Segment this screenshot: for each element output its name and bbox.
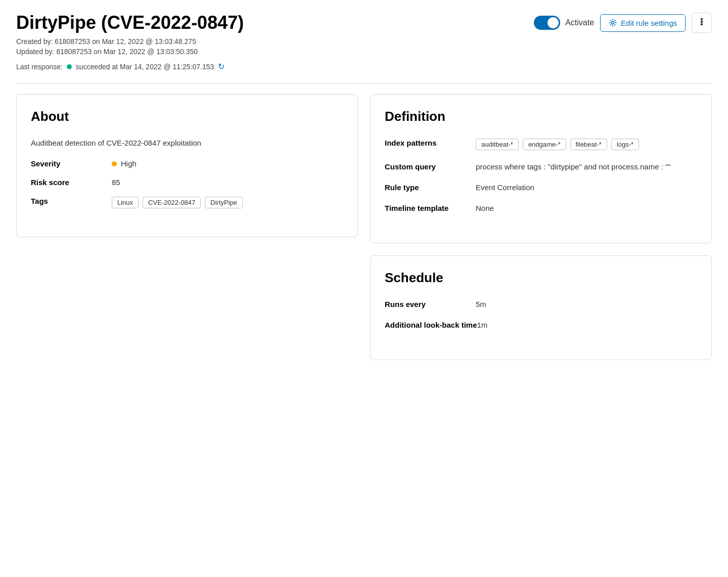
right-column: Definition Index patterns auditbeat-*end… xyxy=(370,94,712,360)
look-back-value: 1m xyxy=(477,321,697,329)
severity-text: High xyxy=(121,159,136,168)
header-section: DirtyPipe (CVE-2022-0847) Activate Edit … xyxy=(16,12,712,71)
tag-badge: CVE-2022-0847 xyxy=(143,197,201,208)
svg-rect-1 xyxy=(701,18,703,20)
severity-dot xyxy=(112,161,117,166)
more-options-button[interactable] xyxy=(692,13,712,33)
activate-toggle[interactable] xyxy=(534,16,560,30)
custom-query-label: Custom query xyxy=(385,162,476,171)
runs-every-value: 5m xyxy=(476,300,697,308)
toggle-knob xyxy=(548,17,559,28)
refresh-icon[interactable]: ↻ xyxy=(218,62,224,71)
content-grid: About Auditbeat detection of CVE-2022-08… xyxy=(16,94,712,360)
svg-rect-2 xyxy=(701,21,703,23)
page-title: DirtyPipe (CVE-2022-0847) xyxy=(16,12,244,33)
about-card: About Auditbeat detection of CVE-2022-08… xyxy=(16,94,358,237)
severity-label: Severity xyxy=(31,159,112,168)
index-patterns-row: Index patterns auditbeat-*endgame-*fileb… xyxy=(385,139,697,150)
status-dot xyxy=(67,64,72,69)
timeline-template-value: None xyxy=(476,204,697,212)
tags-container: LinuxCVE-2022-0847DirtyPipe xyxy=(112,197,243,208)
svg-point-0 xyxy=(612,22,614,24)
custom-query-row: Custom query process where tags : "dirty… xyxy=(385,162,697,171)
toggle-container: Activate xyxy=(534,16,594,30)
edit-rule-label: Edit rule settings xyxy=(621,19,677,27)
settings-icon xyxy=(609,19,617,27)
index-badge: filebeat-* xyxy=(570,139,607,150)
header-actions: Activate Edit rule settings xyxy=(534,13,712,33)
runs-every-row: Runs every 5m xyxy=(385,300,697,308)
header-divider xyxy=(16,83,712,84)
index-patterns-list: auditbeat-*endgame-*filebeat-*logs-* xyxy=(476,139,697,150)
index-badge: auditbeat-* xyxy=(476,139,519,150)
index-badge: endgame-* xyxy=(523,139,566,150)
timeline-template-label: Timeline template xyxy=(385,204,476,212)
definition-title: Definition xyxy=(385,109,697,124)
edit-rule-button[interactable]: Edit rule settings xyxy=(600,14,686,32)
risk-score-value: 85 xyxy=(112,178,120,187)
tag-badge: Linux xyxy=(112,197,139,208)
runs-every-label: Runs every xyxy=(385,300,476,308)
tags-row: Tags LinuxCVE-2022-0847DirtyPipe xyxy=(31,197,343,208)
updated-by: Updated by: 618087253 on Mar 12, 2022 @ … xyxy=(16,48,712,56)
svg-rect-3 xyxy=(701,23,703,25)
look-back-label: Additional look-back time xyxy=(385,321,477,329)
activate-label: Activate xyxy=(565,18,594,27)
about-title: About xyxy=(31,109,343,124)
look-back-row: Additional look-back time 1m xyxy=(385,321,697,329)
created-by: Created by: 618087253 on Mar 12, 2022 @ … xyxy=(16,37,712,46)
severity-row: Severity High xyxy=(31,159,343,168)
risk-score-row: Risk score 85 xyxy=(31,178,343,187)
index-badge: logs-* xyxy=(611,139,639,150)
index-patterns-container: auditbeat-*endgame-*filebeat-*logs-* xyxy=(476,139,697,150)
timeline-template-row: Timeline template None xyxy=(385,204,697,212)
more-icon xyxy=(698,18,706,28)
custom-query-value: process where tags : "dirtypipe" and not… xyxy=(476,162,697,171)
rule-type-label: Rule type xyxy=(385,183,476,192)
tags-label: Tags xyxy=(31,197,112,205)
last-response-status: succeeded at Mar 14, 2022 @ 11:25:07.153 xyxy=(76,63,214,71)
schedule-card: Schedule Runs every 5m Additional look-b… xyxy=(370,255,712,360)
definition-card: Definition Index patterns auditbeat-*end… xyxy=(370,94,712,243)
last-response-label: Last response: xyxy=(16,63,63,71)
risk-score-label: Risk score xyxy=(31,178,112,187)
schedule-title: Schedule xyxy=(385,270,697,286)
index-patterns-label: Index patterns xyxy=(385,139,476,147)
severity-value: High xyxy=(112,159,136,168)
rule-type-row: Rule type Event Correlation xyxy=(385,183,697,192)
about-description: Auditbeat detection of CVE-2022-0847 exp… xyxy=(31,139,343,147)
title-row: DirtyPipe (CVE-2022-0847) Activate Edit … xyxy=(16,12,712,33)
rule-type-value: Event Correlation xyxy=(476,183,697,192)
tag-badge: DirtyPipe xyxy=(205,197,243,208)
last-response-row: Last response: succeeded at Mar 14, 2022… xyxy=(16,62,712,71)
